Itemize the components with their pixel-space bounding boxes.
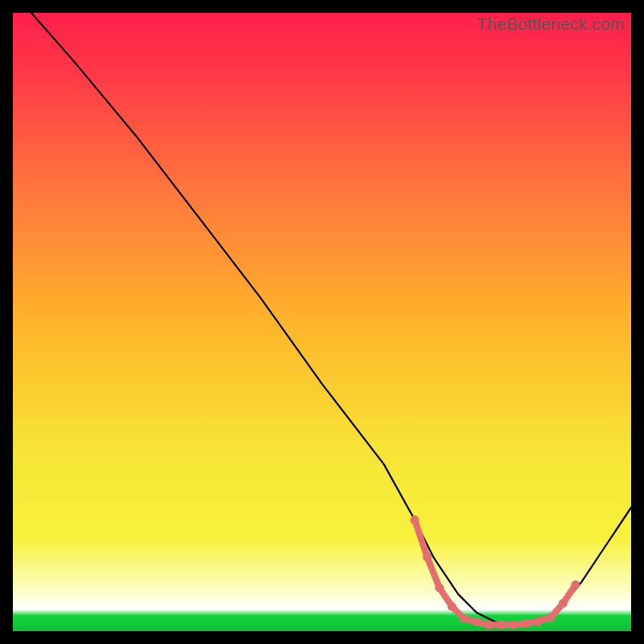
- chart-frame: TheBottleneck.com: [13, 13, 631, 631]
- highlight-dot: [435, 584, 444, 592]
- highlight-dot: [497, 621, 506, 630]
- bottleneck-chart: [13, 13, 631, 631]
- highlight-dot: [448, 602, 456, 611]
- highlight-dot: [473, 617, 481, 626]
- highlight-dot: [522, 619, 530, 628]
- highlight-dot: [547, 613, 555, 622]
- highlight-dot: [423, 552, 431, 561]
- highlight-dot: [571, 580, 580, 589]
- highlight-dot: [559, 599, 568, 608]
- highlight-dot: [534, 617, 543, 625]
- highlight-dot: [411, 515, 419, 524]
- highlight-dot: [460, 614, 469, 623]
- highlight-dot: [510, 621, 518, 630]
- highlight-dot: [485, 621, 493, 630]
- watermark-text: TheBottleneck.com: [477, 14, 625, 34]
- gradient-background: [13, 13, 631, 631]
